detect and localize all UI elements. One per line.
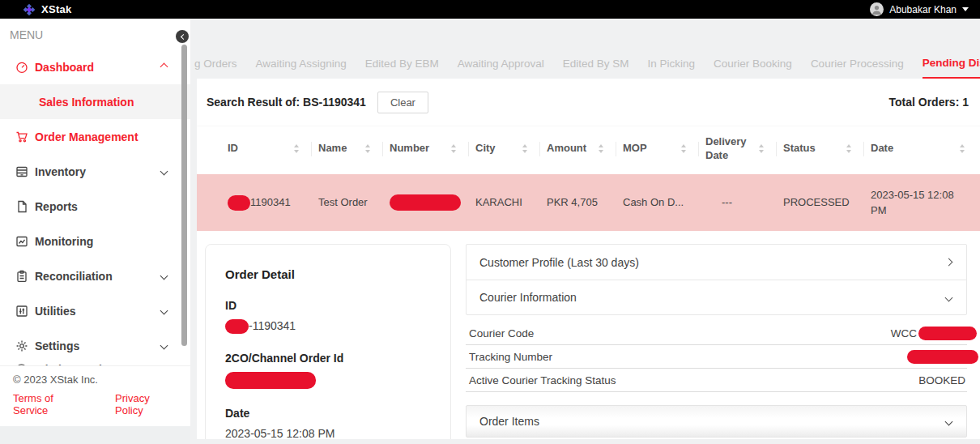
- tab-courier-booking[interactable]: Courier Booking: [714, 49, 792, 79]
- search-result-label: Search Result of: BS-1190341: [207, 96, 366, 109]
- tab-orders-clipped[interactable]: g Orders: [194, 49, 237, 79]
- sidebar-item-label: Dashboard: [35, 61, 161, 74]
- tracking-number-value: [907, 350, 965, 364]
- field-label-id: ID: [225, 299, 431, 312]
- chevron-down-icon: [160, 307, 168, 315]
- report-icon: [15, 200, 29, 213]
- tracking-status-label: Active Courier Tracking Status: [469, 374, 616, 386]
- sidebar-collapse-button[interactable]: [176, 30, 189, 43]
- cart-icon: [15, 130, 29, 143]
- brand: XStak: [23, 3, 72, 16]
- redaction-blob: [228, 195, 250, 211]
- sidebar-scrollbar[interactable]: [181, 45, 187, 346]
- table-header: ID Name Number City Amount: [197, 126, 980, 171]
- sidebar-item-utilities[interactable]: Utilities: [0, 293, 190, 328]
- column-header-delivery-date[interactable]: Delivery Date: [699, 126, 777, 171]
- sidebar-footer: © 2023 XStak Inc. Terms of Service Priva…: [0, 365, 190, 426]
- orders-panel: Search Result of: BS-1190341 Clear Total…: [197, 79, 980, 439]
- table-row[interactable]: 1190341 Test Order KARACHI PKR 4,705 Cas…: [197, 174, 980, 231]
- sidebar-item-dashboard[interactable]: Dashboard: [0, 49, 190, 84]
- cell-amount: PKR 4,705: [540, 194, 616, 211]
- chevron-right-icon: [945, 258, 953, 267]
- sort-icon[interactable]: [365, 144, 370, 153]
- brand-name: XStak: [41, 3, 72, 15]
- tab-awaiting-assigning[interactable]: Awaiting Assigning: [256, 49, 347, 79]
- column-header-status[interactable]: Status: [777, 126, 864, 171]
- cell-number: [383, 194, 469, 211]
- sidebar-item-sales-information[interactable]: Sales Information: [0, 84, 190, 119]
- redaction-blob: [225, 372, 316, 389]
- privacy-policy-link[interactable]: Privacy Policy: [115, 392, 177, 416]
- cell-id: 1190341: [221, 194, 312, 211]
- sidebar-nav: Dashboard Sales Information Order Manage…: [0, 49, 190, 370]
- sort-icon[interactable]: [960, 144, 965, 153]
- terms-of-service-link[interactable]: Terms of Service: [13, 392, 87, 416]
- sidebar-item-order-management[interactable]: Order Management: [0, 119, 190, 154]
- user-name: Abubakar Khan: [889, 4, 957, 15]
- gear-icon: [15, 339, 29, 352]
- main-content: g Orders Awaiting Assigning Edited By EB…: [190, 19, 980, 444]
- courier-code-value: WCC: [891, 327, 965, 340]
- sidebar-item-settings[interactable]: Settings: [0, 328, 190, 363]
- sidebar-item-label: Utilities: [35, 305, 161, 318]
- column-header-name[interactable]: Name: [312, 126, 383, 171]
- chevron-down-icon: [945, 417, 953, 425]
- chevron-up-icon: [160, 63, 168, 71]
- column-header-number[interactable]: Number: [383, 126, 469, 171]
- field-value-id: -1190341: [225, 319, 431, 334]
- cell-name: Test Order: [312, 194, 383, 211]
- redaction-blob: [390, 194, 461, 211]
- user-menu[interactable]: Abubakar Khan: [870, 2, 969, 16]
- field-label-channel-order-id: 2CO/Channel Order Id: [225, 352, 431, 365]
- sort-icon[interactable]: [599, 144, 603, 153]
- tab-edited-by-sm[interactable]: Edited By SM: [563, 49, 629, 79]
- sidebar-item-label: Settings: [35, 339, 161, 352]
- sidebar-item-label: Order Management: [35, 130, 167, 143]
- column-header-id[interactable]: ID: [221, 126, 312, 171]
- tab-edited-by-ebm[interactable]: Edited By EBM: [365, 49, 439, 79]
- sidebar-item-reports[interactable]: Reports: [0, 189, 190, 224]
- tracking-number-label: Tracking Number: [469, 351, 552, 363]
- chevron-left-icon: [180, 33, 185, 39]
- sidebar-item-reconciliation[interactable]: Reconciliation: [0, 258, 190, 293]
- sort-icon[interactable]: [846, 144, 851, 153]
- tracking-number-row: Tracking Number: [466, 345, 967, 369]
- order-items-header[interactable]: Order Items: [466, 405, 967, 438]
- order-detail-title: Order Detail: [225, 267, 431, 281]
- sort-icon[interactable]: [451, 144, 456, 153]
- column-header-mop[interactable]: MOP: [616, 126, 699, 171]
- sort-icon[interactable]: [681, 144, 686, 153]
- order-detail-card: Order Detail ID -1190341 2CO/Channel Ord…: [205, 244, 451, 439]
- avatar: [870, 2, 884, 16]
- column-header-city[interactable]: City: [469, 126, 540, 171]
- column-header-date[interactable]: Date: [864, 126, 978, 171]
- chevron-down-icon: [160, 272, 168, 280]
- courier-information-details: Courier Code WCC Tracking Number Active …: [466, 322, 967, 392]
- sidebar-item-label: Reports: [35, 200, 167, 213]
- redaction-blob: [918, 327, 977, 340]
- clear-button[interactable]: Clear: [377, 92, 428, 113]
- tab-awaiting-approval[interactable]: Awaiting Approval: [458, 49, 544, 79]
- tab-in-picking[interactable]: In Picking: [648, 49, 696, 79]
- customer-profile-header[interactable]: Customer Profile (Last 30 days): [467, 245, 966, 280]
- sort-icon[interactable]: [522, 144, 527, 153]
- tab-courier-processing[interactable]: Courier Processing: [811, 49, 904, 79]
- column-header-amount[interactable]: Amount: [540, 126, 616, 171]
- cell-delivery-date: ---: [699, 194, 777, 211]
- courier-code-label: Courier Code: [469, 327, 534, 339]
- user-menu-caret-icon: [962, 7, 969, 11]
- sidebar-item-monitoring[interactable]: Monitoring: [0, 224, 190, 258]
- sort-icon[interactable]: [759, 144, 764, 153]
- tab-pending-dispatch[interactable]: Pending Dispatch: [922, 49, 980, 79]
- sort-icon[interactable]: [294, 144, 299, 153]
- copyright-text: © 2023 XStak Inc.: [13, 374, 177, 386]
- sidebar-item-inventory[interactable]: Inventory: [0, 154, 190, 189]
- chevron-down-icon: [160, 342, 168, 350]
- monitoring-icon: [15, 235, 29, 248]
- menu-label: MENU: [0, 19, 190, 41]
- redaction-blob: [225, 319, 249, 334]
- top-bar: XStak Abubakar Khan: [0, 0, 980, 19]
- courier-information-header[interactable]: Courier Information: [467, 280, 966, 314]
- app-window: XStak Abubakar Khan MENU: [0, 0, 980, 444]
- field-value-date: 2023-05-15 12:08 PM: [225, 427, 431, 439]
